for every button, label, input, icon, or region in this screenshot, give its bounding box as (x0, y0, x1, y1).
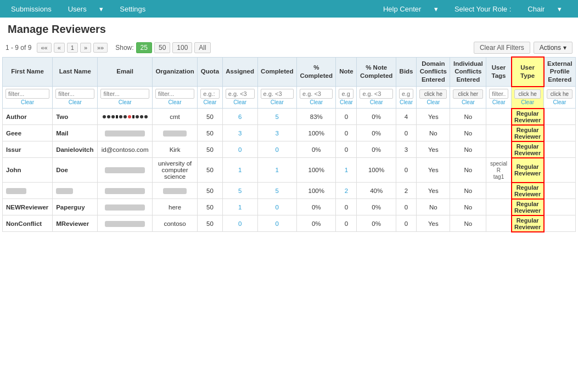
nav-last-btn[interactable]: »» (93, 43, 108, 53)
filter-completed-input[interactable] (261, 89, 294, 99)
clear-user-tags-filter[interactable]: Clear (489, 99, 508, 106)
clear-email-filter[interactable]: Clear (100, 99, 149, 106)
cell-completed[interactable]: 5 (257, 183, 296, 199)
show-label: Show: (115, 44, 133, 52)
clear-org-filter[interactable]: Clear (155, 99, 194, 106)
clear-assigned-filter[interactable]: Clear (226, 99, 255, 106)
nav-users[interactable]: Users ▾ (57, 5, 115, 13)
assigned-link[interactable]: 5 (238, 188, 242, 194)
show-all-btn[interactable]: All (194, 42, 210, 53)
assigned-link[interactable]: 1 (238, 204, 242, 211)
cell-completed[interactable]: 1 (257, 158, 296, 183)
completed-link[interactable]: 5 (276, 113, 279, 120)
clear-individual-conflicts-filter[interactable]: Clear (453, 99, 483, 106)
cell-assigned[interactable]: 1 (222, 199, 257, 215)
filter-assigned-input[interactable] (226, 89, 255, 99)
completed-link[interactable]: 0 (276, 220, 279, 227)
filter-individual-conflicts-btn[interactable]: click her (453, 89, 483, 99)
cell-completed[interactable]: 3 (257, 125, 296, 141)
cell-assigned[interactable]: 0 (222, 215, 257, 232)
filter-user-tags-input[interactable] (489, 89, 508, 99)
filter-bids-input[interactable] (399, 89, 413, 99)
cell-assigned[interactable]: 5 (222, 183, 257, 199)
nav-prev-btn[interactable]: « (54, 43, 65, 53)
nav-submissions[interactable]: Submissions (5, 5, 57, 13)
filter-domain-conflicts-btn[interactable]: click he (419, 89, 447, 99)
show-25-btn[interactable]: 25 (136, 42, 152, 53)
cell-note: 2 (336, 183, 357, 199)
filter-bids: Clear (396, 87, 416, 109)
completed-link[interactable]: 1 (276, 167, 279, 173)
completed-link[interactable]: 0 (276, 204, 279, 211)
role-selector[interactable]: Chair ▾ (517, 5, 573, 13)
clear-domain-conflicts-filter[interactable]: Clear (419, 99, 447, 106)
clear-user-type-filter[interactable]: Clear (514, 99, 541, 106)
cell-individual-conflicts: No (450, 109, 486, 125)
clear-pct-completed-filter[interactable]: Clear (300, 99, 333, 106)
completed-link[interactable]: 5 (276, 188, 279, 194)
filter-email-input[interactable] (100, 89, 149, 99)
clear-quota-filter[interactable]: Clear (200, 99, 220, 106)
cell-assigned[interactable]: 3 (222, 125, 257, 141)
nav-settings[interactable]: Settings (114, 5, 151, 13)
assigned-link[interactable]: 0 (238, 220, 242, 227)
cell-user-type: Regular Reviewer (512, 215, 544, 232)
nav-help-center[interactable]: Help Center ▾ (372, 5, 449, 13)
reviewers-table-container: First Name Last Name Email Organization … (0, 56, 578, 232)
clear-bids-filter[interactable]: Clear (399, 99, 413, 106)
cell-email: id@contoso.com (98, 141, 153, 158)
filter-user-type-btn[interactable]: click he (514, 89, 541, 99)
cell-email: ████████████ (98, 158, 153, 183)
cell-bids: 2 (396, 183, 416, 199)
clear-note-filter[interactable]: Clear (339, 99, 353, 106)
cell-individual-conflicts: No (450, 199, 486, 215)
show-100-btn[interactable]: 100 (172, 42, 192, 53)
completed-link[interactable]: 0 (276, 146, 279, 153)
cell-user-tags (486, 183, 512, 199)
filter-note-input[interactable] (339, 89, 353, 99)
clear-completed-filter[interactable]: Clear (261, 99, 294, 106)
pagination-controls: 1 - 9 of 9 «« « 1 » »» Show: 25 50 100 A… (5, 42, 211, 53)
table-row: Author Two cmt 50 6 5 83% 0 0% 4 Yes No … (3, 109, 576, 125)
filter-pct-note-input[interactable] (360, 89, 392, 99)
cell-first-name: Geee (3, 125, 53, 141)
cell-pct-completed: 83% (297, 109, 336, 125)
show-50-btn[interactable]: 50 (154, 42, 170, 53)
cell-assigned[interactable]: 1 (222, 158, 257, 183)
cell-assigned[interactable]: 0 (222, 141, 257, 158)
assigned-link[interactable]: 0 (238, 146, 242, 153)
cell-first-name: NEWReviewer (3, 199, 53, 215)
assigned-link[interactable]: 3 (238, 130, 242, 137)
cell-individual-conflicts: No (450, 215, 486, 232)
cell-completed[interactable]: 5 (257, 109, 296, 125)
filter-pct-completed-input[interactable] (300, 89, 333, 99)
filter-individual-conflicts: click her Clear (450, 87, 486, 109)
nav-first-btn[interactable]: «« (37, 43, 51, 53)
clear-external-profile-filter[interactable]: Clear (547, 99, 573, 106)
cell-quota: 50 (198, 183, 223, 199)
cell-completed[interactable]: 0 (257, 215, 296, 232)
current-page-btn[interactable]: 1 (67, 43, 78, 53)
filter-last-name-input[interactable] (55, 89, 94, 99)
filter-quota-input[interactable] (200, 89, 220, 99)
assigned-link[interactable]: 1 (238, 167, 242, 173)
filter-external-profile: click he Clear (544, 87, 576, 109)
completed-link[interactable]: 3 (276, 130, 279, 137)
filter-org-input[interactable] (155, 89, 194, 99)
clear-all-filters-btn[interactable]: Clear All Filters (474, 42, 530, 54)
actions-btn[interactable]: Actions ▾ (534, 42, 573, 54)
filter-first-name-input[interactable] (5, 89, 49, 99)
clear-first-name-filter[interactable]: Clear (5, 99, 49, 106)
clear-pct-note-filter[interactable]: Clear (360, 99, 392, 106)
assigned-link[interactable]: 6 (238, 113, 242, 120)
filter-assigned: Clear (222, 87, 257, 109)
cell-completed[interactable]: 0 (257, 199, 296, 215)
cell-org: university of computer science (152, 158, 197, 183)
cell-assigned[interactable]: 6 (222, 109, 257, 125)
cell-pct-note: 0% (357, 109, 396, 125)
filter-external-profile-btn[interactable]: click he (547, 89, 573, 99)
clear-last-name-filter[interactable]: Clear (55, 99, 94, 106)
cell-pct-note: 40% (357, 183, 396, 199)
nav-next-btn[interactable]: » (80, 43, 91, 53)
cell-completed[interactable]: 0 (257, 141, 296, 158)
